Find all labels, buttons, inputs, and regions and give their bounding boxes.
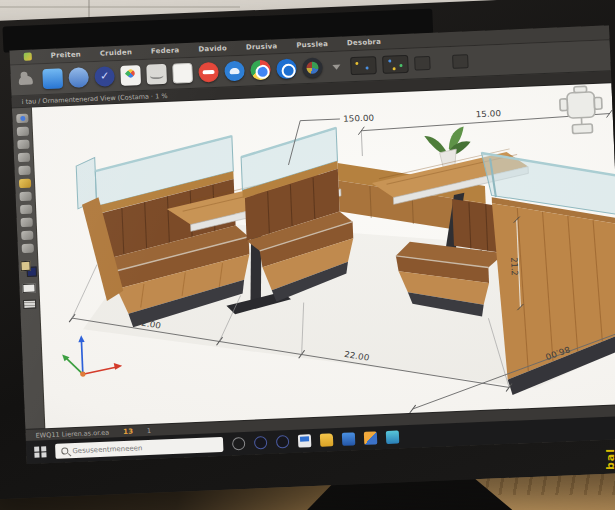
chrome-icon[interactable] bbox=[250, 60, 271, 81]
menu-item[interactable]: Cruiden bbox=[100, 48, 132, 57]
select-tool-icon[interactable] bbox=[16, 114, 28, 123]
menu-item[interactable]: Pusslea bbox=[296, 40, 328, 49]
app-logo-icon bbox=[24, 53, 32, 61]
pattern-card[interactable] bbox=[23, 300, 36, 310]
booth-drawing: 150.00 15.00 bbox=[32, 83, 615, 428]
cad-canvas[interactable]: 150.00 15.00 bbox=[32, 83, 615, 428]
curve-tool-icon[interactable] bbox=[21, 231, 33, 240]
teal-app-icon[interactable] bbox=[386, 430, 400, 444]
dimension-leader: 150.00 bbox=[343, 113, 374, 124]
dimension-top-width: 15.00 bbox=[475, 108, 501, 119]
taskbar-search[interactable] bbox=[55, 437, 223, 459]
monitor: Preiten Cruiden Federa Davido Drusiva Pu… bbox=[0, 0, 615, 500]
menu-item[interactable]: Davido bbox=[198, 44, 227, 53]
cloud-tool-icon[interactable] bbox=[19, 75, 33, 85]
orange-app-icon[interactable] bbox=[364, 431, 378, 445]
globe-icon[interactable] bbox=[302, 57, 323, 78]
clone-tool-icon[interactable] bbox=[20, 218, 32, 227]
messages-icon[interactable] bbox=[42, 68, 63, 89]
color-swatches[interactable] bbox=[20, 261, 37, 278]
sketch-curve-icon[interactable] bbox=[146, 64, 167, 85]
chevron-down-icon[interactable] bbox=[332, 64, 340, 69]
status-tail: 1 bbox=[147, 426, 151, 434]
cortana-icon[interactable] bbox=[232, 437, 246, 451]
tool-panel-button[interactable] bbox=[350, 56, 377, 75]
app-circle-icon[interactable] bbox=[276, 435, 290, 449]
watermark-text: bal bbox=[604, 448, 615, 470]
search-input[interactable] bbox=[72, 441, 217, 455]
blue-app-icon[interactable] bbox=[342, 432, 356, 446]
status-badge: 13 bbox=[123, 427, 133, 435]
file-explorer-icon[interactable] bbox=[320, 433, 334, 447]
bullseye-icon[interactable] bbox=[276, 58, 297, 79]
swatch-card[interactable] bbox=[22, 284, 35, 294]
cloud-icon[interactable] bbox=[68, 67, 89, 88]
toolbar-small-button[interactable] bbox=[452, 54, 469, 69]
foreground-swatch[interactable] bbox=[20, 261, 30, 271]
blank-document-icon[interactable] bbox=[172, 63, 193, 84]
brush-tool-icon[interactable] bbox=[17, 153, 29, 162]
view-cube-widget bbox=[559, 86, 603, 134]
fill-tool-icon[interactable] bbox=[18, 179, 30, 188]
map-pin-icon[interactable] bbox=[120, 65, 141, 86]
tool-panel-button[interactable] bbox=[382, 55, 409, 74]
dimension-panel-height: 21.2 bbox=[509, 257, 520, 276]
start-button[interactable] bbox=[34, 446, 46, 458]
menu-item[interactable]: Drusiva bbox=[246, 42, 278, 51]
photo-scene: Preiten Cruiden Federa Davido Drusiva Pu… bbox=[0, 0, 615, 510]
eraser-tool-icon[interactable] bbox=[19, 192, 31, 201]
no-entry-icon[interactable] bbox=[198, 62, 219, 83]
checkmark-circle-icon[interactable] bbox=[94, 66, 115, 87]
hand-tool-icon[interactable] bbox=[21, 244, 33, 253]
menu-item[interactable]: Desobra bbox=[347, 38, 381, 47]
search-icon bbox=[61, 447, 68, 454]
knife-tool-icon[interactable] bbox=[19, 205, 31, 214]
screen: Preiten Cruiden Federa Davido Drusiva Pu… bbox=[10, 25, 615, 464]
toolbar-small-button[interactable] bbox=[414, 56, 431, 71]
wall-tile-line bbox=[0, 6, 240, 8]
menu-item[interactable]: Preiten bbox=[51, 50, 82, 59]
task-view-icon[interactable] bbox=[254, 436, 268, 450]
pen-tool-icon[interactable] bbox=[16, 127, 28, 136]
coordinate-triad bbox=[61, 334, 122, 378]
document-app-icon[interactable] bbox=[298, 434, 312, 448]
pencil-tool-icon[interactable] bbox=[18, 166, 30, 175]
cloud-drive-icon[interactable] bbox=[224, 61, 245, 82]
line-tool-icon[interactable] bbox=[17, 140, 29, 149]
menu-item[interactable]: Federa bbox=[151, 46, 180, 55]
